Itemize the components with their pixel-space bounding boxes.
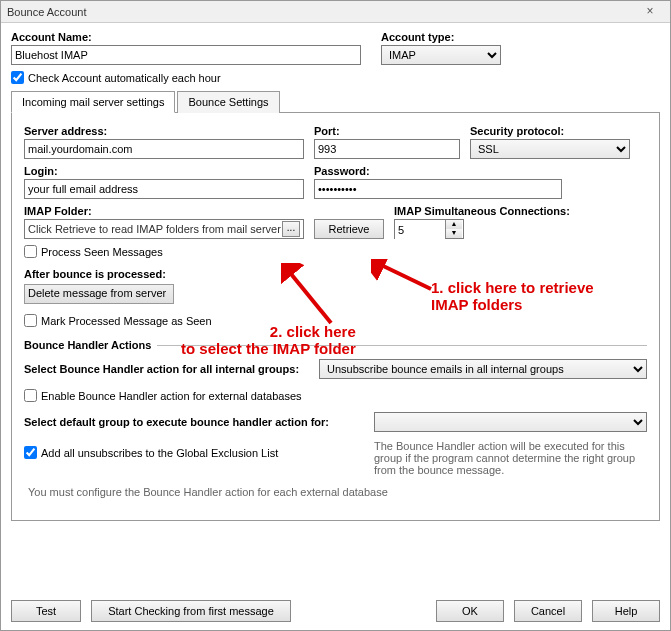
retrieve-button[interactable]: Retrieve (314, 219, 384, 239)
helper-text: The Bounce Handler action will be execut… (374, 440, 647, 476)
titlebar: Bounce Account × (1, 1, 670, 23)
test-button[interactable]: Test (11, 600, 81, 622)
close-icon[interactable]: × (636, 4, 664, 20)
server-address-label: Server address: (24, 125, 304, 137)
enable-external-checkbox[interactable] (24, 389, 37, 402)
after-bounce-label: After bounce is processed: (24, 268, 647, 280)
window-title: Bounce Account (7, 6, 87, 18)
add-unsub-checkbox[interactable] (24, 446, 37, 459)
password-label: Password: (314, 165, 562, 177)
after-bounce-select[interactable]: Delete message from server (24, 284, 174, 304)
config-note: You must configure the Bounce Handler ac… (28, 486, 643, 498)
bounce-actions-divider: Bounce Handler Actions (24, 339, 647, 351)
select-default-dropdown[interactable] (374, 412, 647, 432)
ok-button[interactable]: OK (436, 600, 504, 622)
tab-incoming[interactable]: Incoming mail server settings (11, 91, 175, 113)
process-seen-label: Process Seen Messages (41, 246, 163, 258)
select-internal-label: Select Bounce Handler action for all int… (24, 363, 309, 375)
start-checking-button[interactable]: Start Checking from first message (91, 600, 291, 622)
connections-input[interactable] (395, 220, 445, 240)
imap-folder-browse-button[interactable]: ... (282, 221, 300, 237)
account-type-label: Account type: (381, 31, 501, 43)
footer: Test Start Checking from first message O… (11, 600, 660, 622)
spinner-up-icon[interactable]: ▲ (446, 220, 462, 229)
account-type-select[interactable]: IMAP (381, 45, 501, 65)
connections-spinner[interactable]: ▲ ▼ (394, 219, 464, 239)
tab-bounce-settings[interactable]: Bounce Settings (177, 91, 279, 113)
imap-folder-label: IMAP Folder: (24, 205, 304, 217)
bounce-account-window: Bounce Account × Account Name: Account t… (0, 0, 671, 631)
auto-check-checkbox[interactable] (11, 71, 24, 84)
account-name-label: Account Name: (11, 31, 361, 43)
password-input[interactable] (314, 179, 562, 199)
login-label: Login: (24, 165, 304, 177)
mark-processed-checkbox[interactable] (24, 314, 37, 327)
help-button[interactable]: Help (592, 600, 660, 622)
process-seen-checkbox[interactable] (24, 245, 37, 258)
server-address-input[interactable] (24, 139, 304, 159)
spinner-down-icon[interactable]: ▼ (446, 229, 462, 238)
account-name-input[interactable] (11, 45, 361, 65)
port-label: Port: (314, 125, 460, 137)
security-select[interactable]: SSL (470, 139, 630, 159)
mark-processed-label: Mark Processed Message as Seen (41, 315, 212, 327)
enable-external-label: Enable Bounce Handler action for externa… (41, 390, 302, 402)
connections-label: IMAP Simultaneous Connections: (394, 205, 647, 217)
cancel-button[interactable]: Cancel (514, 600, 582, 622)
imap-folder-field: Click Retrieve to read IMAP folders from… (24, 219, 304, 239)
security-label: Security protocol: (470, 125, 630, 137)
select-default-label: Select default group to execute bounce h… (24, 416, 364, 428)
login-input[interactable] (24, 179, 304, 199)
select-internal-dropdown[interactable]: Unsubscribe bounce emails in all interna… (319, 359, 647, 379)
imap-folder-text: Click Retrieve to read IMAP folders from… (28, 223, 282, 235)
tab-panel-incoming: Server address: Port: Security protocol:… (11, 113, 660, 521)
auto-check-label: Check Account automatically each hour (28, 72, 221, 84)
add-unsub-label: Add all unsubscribes to the Global Exclu… (41, 447, 278, 459)
port-input[interactable] (314, 139, 460, 159)
tabs: Incoming mail server settings Bounce Set… (11, 90, 660, 113)
